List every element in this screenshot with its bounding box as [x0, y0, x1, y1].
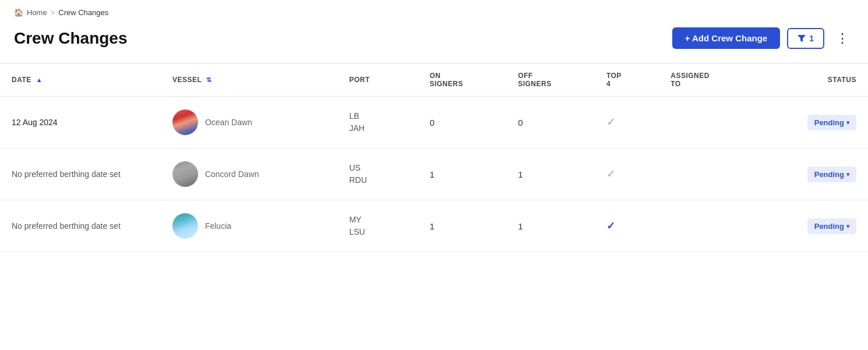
col-header-vessel[interactable]: VESSEL ⇅ — [161, 63, 338, 97]
vessel-avatar — [172, 109, 198, 135]
checkmark-inactive-icon: ✓ — [606, 168, 615, 180]
filter-icon — [798, 34, 806, 43]
table-header-row: DATE ▲ VESSEL ⇅ PORT ONSIGNERS OFFSIGNER… — [0, 63, 868, 97]
header-actions: + Add Crew Change 1 ⋮ — [672, 27, 854, 49]
sort-asc-icon: ▲ — [36, 76, 43, 83]
filter-badge: 1 — [809, 34, 814, 43]
table-row[interactable]: No preferred berthing date set Concord D… — [0, 149, 868, 200]
status-label: Pending — [814, 222, 844, 231]
table-row[interactable]: No preferred berthing date set Felucia M… — [0, 200, 868, 252]
cell-on-signers: 0 — [418, 97, 506, 149]
col-header-status: STATUS — [764, 63, 868, 97]
cell-date: 12 Aug 2024 — [0, 97, 161, 149]
col-header-assigned-to: ASSIGNEDTO — [659, 63, 763, 97]
cell-on-signers: 1 — [418, 149, 506, 200]
breadcrumb-current: Crew Changes — [58, 8, 108, 17]
cell-assigned-to — [659, 149, 763, 200]
chevron-down-icon: ▾ — [846, 119, 849, 126]
cell-off-signers: 0 — [506, 97, 595, 149]
vessel-name: Felucia — [205, 221, 231, 231]
cell-off-signers: 1 — [506, 149, 595, 200]
cell-port: USRDU — [337, 149, 418, 200]
cell-port: LBJAH — [337, 97, 418, 149]
svg-marker-0 — [798, 35, 806, 42]
vessel-avatar — [172, 213, 198, 239]
home-icon: 🏠 — [14, 8, 23, 17]
sort-updown-icon: ⇅ — [206, 76, 212, 84]
crew-changes-table: DATE ▲ VESSEL ⇅ PORT ONSIGNERS OFFSIGNER… — [0, 63, 868, 252]
cell-top4: ✓ — [595, 200, 659, 252]
cell-assigned-to — [659, 200, 763, 252]
vessel-name: Ocean Dawn — [205, 118, 252, 127]
cell-off-signers: 1 — [506, 200, 595, 252]
page-title: Crew Changes — [14, 29, 128, 48]
header-row: Crew Changes + Add Crew Change 1 ⋮ — [0, 23, 868, 63]
status-badge[interactable]: Pending ▾ — [807, 167, 856, 182]
cell-date: No preferred berthing date set — [0, 200, 161, 252]
status-badge[interactable]: Pending ▾ — [807, 115, 856, 130]
col-header-date[interactable]: DATE ▲ — [0, 63, 161, 97]
status-badge[interactable]: Pending ▾ — [807, 218, 856, 234]
chevron-down-icon: ▾ — [846, 223, 849, 229]
table-row[interactable]: 12 Aug 2024 Ocean Dawn LBJAH00✓ Pending … — [0, 97, 868, 149]
vessel-name: Concord Dawn — [205, 169, 259, 179]
cell-top4: ✓ — [595, 149, 659, 200]
status-label: Pending — [814, 170, 844, 179]
breadcrumb-home[interactable]: Home — [27, 8, 47, 17]
chevron-down-icon: ▾ — [846, 171, 849, 178]
breadcrumb-separator: > — [51, 8, 55, 17]
cell-port: MYLSU — [337, 200, 418, 252]
col-header-top4: TOP4 — [595, 63, 659, 97]
cell-assigned-to — [659, 97, 763, 149]
col-header-off-signers: OFFSIGNERS — [506, 63, 595, 97]
status-label: Pending — [814, 118, 844, 127]
breadcrumb: 🏠 Home > Crew Changes — [0, 0, 868, 23]
col-header-port: PORT — [337, 63, 418, 97]
cell-status[interactable]: Pending ▾ — [764, 149, 868, 200]
filter-button[interactable]: 1 — [787, 28, 824, 49]
add-crew-change-button[interactable]: + Add Crew Change — [672, 27, 781, 49]
cell-top4: ✓ — [595, 97, 659, 149]
cell-on-signers: 1 — [418, 200, 506, 252]
col-header-on-signers: ONSIGNERS — [418, 63, 506, 97]
cell-status[interactable]: Pending ▾ — [764, 97, 868, 149]
vessel-avatar — [172, 161, 198, 187]
cell-vessel: Felucia — [161, 200, 338, 252]
cell-status[interactable]: Pending ▾ — [764, 200, 868, 252]
checkmark-inactive-icon: ✓ — [606, 116, 615, 128]
checkmark-icon: ✓ — [606, 220, 615, 232]
cell-date: No preferred berthing date set — [0, 149, 161, 200]
cell-vessel: Ocean Dawn — [161, 97, 338, 149]
more-options-button[interactable]: ⋮ — [831, 29, 854, 48]
cell-vessel: Concord Dawn — [161, 149, 338, 200]
